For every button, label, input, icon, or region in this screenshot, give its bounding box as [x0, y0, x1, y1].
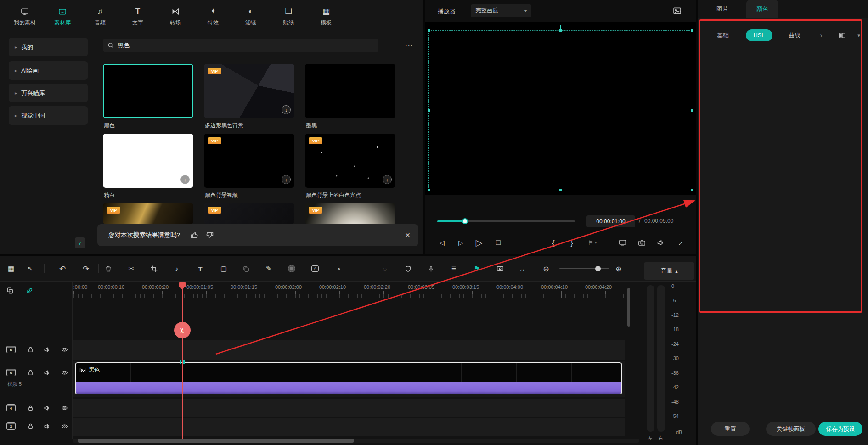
- media-thumb-partial-2[interactable]: VIP: [204, 203, 294, 224]
- previous-frame-button[interactable]: ◁|: [435, 236, 449, 249]
- rotate-handle[interactable]: [560, 25, 561, 30]
- media-thumb-black[interactable]: [103, 64, 193, 118]
- nav-stickers[interactable]: ❏ 贴纸: [276, 6, 301, 27]
- snapshot-camera-button[interactable]: [635, 236, 648, 249]
- mark-in-button[interactable]: {: [547, 236, 560, 249]
- speaker-icon[interactable]: [43, 404, 51, 411]
- sidebar-item-wondershare-stock[interactable]: ▸ 万兴瞄库: [9, 84, 88, 102]
- detach-audio-icon[interactable]: ♪: [170, 262, 183, 275]
- media-thumb-white[interactable]: ↓: [103, 134, 193, 188]
- download-icon[interactable]: ↓: [180, 175, 190, 184]
- thumbs-up-icon[interactable]: [190, 231, 198, 239]
- nav-transitions[interactable]: 转场: [163, 6, 188, 27]
- mark-out-button[interactable]: }: [565, 236, 579, 249]
- volume-meter-toggle[interactable]: 音量 ▴: [644, 262, 694, 280]
- media-thumb-partial-3[interactable]: VIP: [305, 203, 395, 224]
- eye-icon[interactable]: [61, 404, 68, 411]
- eye-icon[interactable]: [61, 369, 68, 376]
- auto-ripple-link-icon[interactable]: [26, 287, 33, 294]
- fullscreen-button[interactable]: ↔: [670, 233, 688, 252]
- playhead-line[interactable]: [182, 282, 183, 439]
- crop-icon[interactable]: [147, 262, 160, 275]
- download-icon[interactable]: ↓: [282, 105, 291, 114]
- motion-blur-icon[interactable]: ◌: [378, 262, 391, 275]
- eye-icon[interactable]: [61, 346, 68, 353]
- subtab-scroll-right-icon[interactable]: ›: [815, 29, 828, 41]
- lock-icon[interactable]: [27, 404, 34, 411]
- mask-icon[interactable]: ▢: [217, 262, 230, 275]
- tab-image[interactable]: 图片: [709, 0, 736, 18]
- nav-filters[interactable]: ◐ 滤镜: [238, 6, 264, 27]
- split-scissors-icon[interactable]: ✂: [125, 262, 138, 275]
- preview-viewport[interactable]: [425, 22, 696, 195]
- playback-progress-bar[interactable]: [437, 220, 575, 222]
- close-icon[interactable]: ×: [405, 230, 410, 240]
- progress-handle[interactable]: [462, 218, 468, 224]
- select-tool-icon[interactable]: ↖: [24, 262, 37, 275]
- timeline-ruler[interactable]: :00:00 00:00:00:10 00:00:00:20 00:00:01:…: [0, 282, 696, 299]
- search-input[interactable]: 黑色: [103, 39, 378, 52]
- media-thumb-white-dots[interactable]: VIP ↓: [305, 134, 395, 188]
- compare-split-view-icon[interactable]: [835, 29, 849, 41]
- delete-icon[interactable]: [102, 262, 115, 275]
- nav-effects[interactable]: ✦ 特效: [200, 6, 226, 27]
- timeline-vertical-scrollbar[interactable]: [627, 288, 630, 327]
- redo-icon[interactable]: ↷: [79, 262, 92, 275]
- save-preset-button[interactable]: 保存为预设: [818, 422, 862, 436]
- handle[interactable]: [691, 109, 693, 112]
- thumbs-down-icon[interactable]: [206, 231, 214, 239]
- audio-mixer-icon[interactable]: ≡: [447, 262, 460, 275]
- copy-icon[interactable]: [239, 262, 252, 275]
- eye-icon[interactable]: [61, 422, 68, 430]
- media-thumb-partial-1[interactable]: VIP: [103, 203, 193, 224]
- track-lane-3[interactable]: [73, 418, 625, 436]
- zoom-slider-handle[interactable]: [595, 266, 601, 271]
- track-manager-icon[interactable]: ▦: [5, 262, 17, 275]
- handle[interactable]: [428, 29, 430, 32]
- zoom-slider[interactable]: [559, 268, 609, 269]
- nav-audio[interactable]: ♫ 音频: [87, 6, 113, 27]
- track-lane-4[interactable]: [73, 399, 625, 417]
- handle[interactable]: [691, 29, 693, 32]
- text-tool-icon[interactable]: T: [194, 262, 207, 275]
- download-icon[interactable]: ↓: [282, 175, 291, 184]
- fit-timeline-icon[interactable]: ↔: [516, 262, 529, 275]
- select-clips-icon[interactable]: [6, 287, 14, 294]
- keyframe-panel-button[interactable]: 关键帧面板: [766, 422, 816, 436]
- media-thumb-ink-black[interactable]: [305, 64, 395, 118]
- speed-timer-icon[interactable]: ◔: [332, 262, 345, 275]
- nav-templates[interactable]: ▦ 模板: [313, 6, 339, 27]
- subtab-basic[interactable]: 基础: [711, 29, 734, 41]
- snapshot-image-icon[interactable]: [673, 6, 682, 15]
- sidebar-item-mine[interactable]: ▸ 我的: [9, 38, 88, 56]
- undo-icon[interactable]: ↶: [56, 262, 69, 275]
- timeline-clip-black[interactable]: 黑色: [75, 362, 622, 394]
- next-frame-button[interactable]: |▷: [453, 236, 467, 249]
- split-scissors-badge[interactable]: ✂: [174, 322, 191, 338]
- track-lane-6[interactable]: [73, 340, 625, 360]
- keyframe-pen-icon[interactable]: ✎: [262, 262, 275, 275]
- speaker-icon[interactable]: [43, 346, 51, 353]
- play-button[interactable]: ▷: [472, 236, 486, 249]
- timeline-horizontal-scrollbar[interactable]: [73, 439, 639, 443]
- handle[interactable]: [428, 109, 430, 112]
- scrollbar-thumb[interactable]: [78, 439, 354, 443]
- stop-button[interactable]: □: [491, 236, 505, 249]
- handle[interactable]: [428, 189, 430, 191]
- panel-collapse-chevron-icon[interactable]: ▾: [853, 29, 865, 41]
- handle[interactable]: [691, 189, 693, 191]
- mirror-display-button[interactable]: [615, 236, 629, 249]
- color-correction-icon[interactable]: [285, 262, 298, 275]
- nav-my-media[interactable]: 我的素材: [12, 6, 38, 27]
- lock-icon[interactable]: [27, 422, 34, 430]
- zoom-in-icon[interactable]: ⊕: [612, 262, 625, 275]
- current-time[interactable]: 00:00:01:00: [586, 215, 635, 227]
- download-icon[interactable]: ↓: [383, 175, 392, 184]
- nav-stock-media[interactable]: 素材库: [50, 6, 75, 27]
- sidebar-item-ai-painting[interactable]: ▸ AI绘画: [9, 61, 88, 80]
- screen-record-icon[interactable]: [494, 262, 507, 275]
- quality-dropdown[interactable]: 完整画质 ▾: [471, 4, 531, 17]
- subtab-curves[interactable]: 曲线: [783, 29, 806, 41]
- reset-button[interactable]: 重置: [711, 422, 750, 436]
- speaker-icon[interactable]: [43, 422, 51, 430]
